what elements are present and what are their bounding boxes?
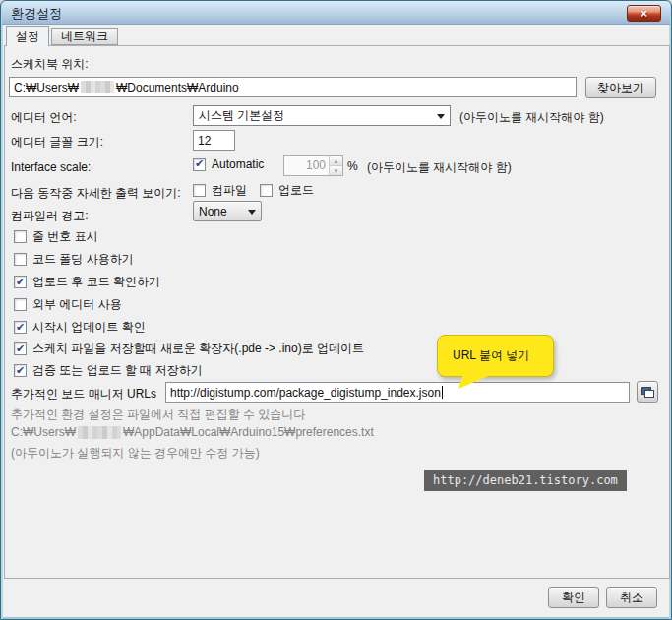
option-label: 스케치 파일을 저장할때 새로운 확장자(.pde -> .ino)로 업데이트 xyxy=(32,341,364,357)
automatic-scale-text: Automatic xyxy=(212,157,264,171)
tab-settings[interactable]: 설정 xyxy=(6,26,49,46)
option-row-code-folding: 코드 폴딩 사용하기 xyxy=(14,251,134,268)
sketchbook-path-prefix: C:₩Users₩ xyxy=(14,81,79,94)
verbose-output-label: 다음 동작중 자세한 출력 보이기: xyxy=(11,185,181,202)
compiler-warnings-select[interactable]: None xyxy=(193,201,262,221)
redacted-username xyxy=(81,81,114,93)
external-editor-checkbox[interactable] xyxy=(14,298,27,311)
verify-after-upload-checkbox[interactable] xyxy=(14,276,27,288)
watermark-url: http://deneb21.tistory.com xyxy=(424,470,627,491)
chevron-down-icon xyxy=(248,210,256,215)
verbose-compile-checkbox[interactable] xyxy=(193,184,206,197)
verbose-upload-row: 업로드 xyxy=(260,182,314,199)
scale-percent-value: 100 xyxy=(284,156,329,175)
windows-overlap-icon xyxy=(641,387,654,398)
check-updates-checkbox[interactable] xyxy=(14,321,27,334)
redacted-username xyxy=(78,426,121,439)
editor-language-value: 시스템 기본설정 xyxy=(199,107,284,124)
prefs-path-suffix: ₩AppData₩Local₩Arduino15₩preferences.txt xyxy=(123,425,374,439)
verbose-upload-text: 업로드 xyxy=(278,182,314,199)
restart-note-language: (아두이노를 재시작해야 함) xyxy=(459,109,604,126)
automatic-scale-checkbox[interactable] xyxy=(193,158,206,171)
option-label: 코드 폴딩 사용하기 xyxy=(32,251,134,268)
window-title: 환경설정 xyxy=(11,5,62,23)
scale-percent-spinner[interactable]: 100 ▲ ▼ xyxy=(283,155,343,176)
option-row-line-numbers: 줄 번호 표시 xyxy=(14,228,98,245)
editor-language-label: 에디터 언어: xyxy=(11,109,77,126)
browse-button[interactable]: 찾아보기 xyxy=(585,77,656,98)
editor-language-select[interactable]: 시스템 기본설정 xyxy=(193,105,451,126)
scale-percent-unit: % xyxy=(347,159,358,173)
board-manager-urls-input[interactable]: http://digistump.com/package_digistump_i… xyxy=(165,382,630,403)
option-row-external-editor: 외부 에디터 사용 xyxy=(14,296,122,313)
option-row-check-updates: 시작시 업데이트 확인 xyxy=(14,319,146,336)
preferences-dialog: 환경설정 × 설정 네트워크 스케치북 위치: C:₩Users₩₩Docume… xyxy=(0,0,672,620)
option-row-save-on-verify: 검증 또는 업로드 할 때 저장하기 xyxy=(14,362,203,379)
editor-font-size-label: 에디터 글꼴 크기: xyxy=(11,134,103,151)
title-bar[interactable]: 환경설정 × xyxy=(2,1,670,25)
spinner-down-icon[interactable]: ▼ xyxy=(330,166,342,175)
compiler-warnings-value: None xyxy=(199,205,227,218)
close-button[interactable]: × xyxy=(627,5,661,22)
automatic-scale-row: Automatic xyxy=(193,157,264,171)
verbose-compile-text: 컴파일 xyxy=(212,182,247,199)
verbose-upload-checkbox[interactable] xyxy=(260,184,273,197)
interface-scale-label: Interface scale: xyxy=(11,160,91,174)
ok-button[interactable]: 확인 xyxy=(548,587,599,608)
edit-warning-note: (아두이노가 실행되지 않는 경우에만 수정 가능) xyxy=(11,445,260,462)
text-caret xyxy=(442,386,443,399)
option-label: 줄 번호 표시 xyxy=(32,228,98,245)
spinner-up-icon[interactable]: ▲ xyxy=(330,156,342,166)
close-icon: × xyxy=(641,8,647,20)
sketchbook-path-input[interactable]: C:₩Users₩₩Documents₩Arduino xyxy=(9,77,577,97)
tab-network[interactable]: 네트워크 xyxy=(51,28,118,45)
board-manager-urls-value: http://digistump.com/package_digistump_i… xyxy=(170,386,441,400)
update-extension-checkbox[interactable] xyxy=(14,342,27,355)
cancel-button[interactable]: 취소 xyxy=(606,587,657,608)
restart-note-scale: (아두이노를 재시작해야 함) xyxy=(367,159,512,176)
edit-in-file-note: 추가적인 환경 설정은 파일에서 직접 편집할 수 있습니다 xyxy=(11,406,305,423)
open-urls-list-button[interactable] xyxy=(637,381,658,403)
tab-bar: 설정 네트워크 xyxy=(6,26,118,45)
option-label: 외부 에디터 사용 xyxy=(32,296,122,313)
compiler-warnings-label: 컴파일러 경고: xyxy=(11,208,89,224)
preferences-file-path: C:₩Users₩₩AppData₩Local₩Arduino15₩prefer… xyxy=(11,425,374,439)
option-label: 시작시 업데이트 확인 xyxy=(32,319,146,336)
option-label: 검증 또는 업로드 할 때 저장하기 xyxy=(32,362,203,379)
sketchbook-path-suffix: ₩Documents₩Arduino xyxy=(116,81,239,94)
board-manager-urls-label: 추가적인 보드 매니저 URLs xyxy=(11,386,156,403)
verbose-compile-row: 컴파일 xyxy=(193,182,247,199)
option-row-update-extension: 스케치 파일을 저장할때 새로운 확장자(.pde -> .ino)로 업데이트 xyxy=(14,341,364,357)
save-on-verify-checkbox[interactable] xyxy=(14,364,27,377)
option-label: 업로드 후 코드 확인하기 xyxy=(32,274,160,290)
line-numbers-checkbox[interactable] xyxy=(14,230,27,243)
code-folding-checkbox[interactable] xyxy=(14,253,27,266)
paste-url-callout: URL 붙여 넣기 xyxy=(437,335,554,377)
chevron-down-icon xyxy=(437,114,445,119)
editor-font-size-input[interactable]: 12 xyxy=(193,130,235,151)
option-row-verify-after-upload: 업로드 후 코드 확인하기 xyxy=(14,274,160,290)
sketchbook-location-label: 스케치북 위치: xyxy=(11,56,89,73)
prefs-path-prefix: C:₩Users₩ xyxy=(11,425,76,439)
